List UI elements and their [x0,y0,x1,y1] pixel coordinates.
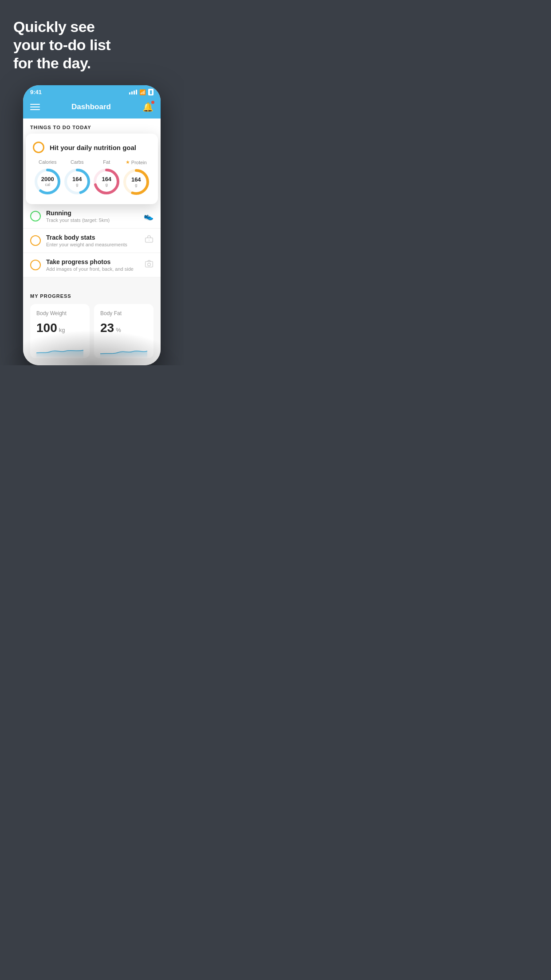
body-stats-content: Track body stats Enter your weight and m… [46,234,139,247]
running-icon: 👟 [144,211,153,221]
protein-star-icon: ★ [126,159,130,165]
notification-dot [151,101,154,104]
things-to-do-section: THINGS TO DO TODAY Hit your daily nutrit… [23,119,161,277]
body-stats-title: Track body stats [46,234,139,241]
menu-button[interactable] [30,104,40,110]
nutrition-rings-row: Calories 2000 cal [33,159,151,196]
fat-item: Fat 164 g [92,159,121,196]
photos-subtitle: Add images of your front, back, and side [46,266,139,272]
svg-rect-10 [146,261,153,267]
body-fat-chart [100,340,147,358]
calories-item: Calories 2000 cal [33,159,62,196]
signal-icon [129,90,137,95]
todo-body-stats[interactable]: Track body stats Enter your weight and m… [23,229,161,253]
photos-title: Take progress photos [46,258,139,265]
body-weight-number: 100 [36,321,57,335]
protein-label: ★ Protein [126,159,147,165]
nutrition-card-title: Hit your daily nutrition goal [50,144,136,151]
svg-point-11 [148,263,151,266]
fat-ring: 164 g [92,167,121,196]
time-display: 9:41 [30,89,42,95]
running-check-circle[interactable] [30,211,41,221]
body-weight-card[interactable]: Body Weight 100 kg [30,304,90,358]
body-weight-chart [36,340,83,358]
notification-button[interactable]: 🔔 [142,102,153,112]
protein-item: ★ Protein 1 [122,159,150,196]
progress-section: MY PROGRESS Body Weight 100 kg [23,286,161,365]
body-fat-unit: % [116,327,121,333]
running-content: Running Track your stats (target: 5km) [46,209,138,223]
todo-list-area: Hit your daily nutrition goal Calories [23,134,161,204]
battery-icon: ▮ [148,89,153,95]
calories-unit: cal [41,183,54,187]
body-fat-number: 23 [100,321,114,335]
carbs-label: Carbs [71,159,83,165]
calories-label: Calories [39,159,56,165]
todo-progress-photos[interactable]: Take progress photos Add images of your … [23,253,161,277]
nav-title: Dashboard [71,103,111,111]
calories-ring: 2000 cal [33,167,62,196]
things-to-do-header: THINGS TO DO TODAY [23,119,161,134]
carbs-ring: 164 g [63,167,91,196]
phone-content: THINGS TO DO TODAY Hit your daily nutrit… [23,119,161,365]
carbs-value: 164 [72,176,82,182]
fat-value: 164 [102,176,111,182]
nutrition-check-circle[interactable] [33,142,44,153]
status-bar: 9:41 📶 ▮ [23,85,161,97]
progress-cards-row: Body Weight 100 kg [30,304,153,365]
carbs-item: Carbs 164 g [63,159,91,196]
body-stats-check-circle[interactable] [30,235,41,246]
protein-ring: 164 g [122,168,150,196]
photos-check-circle[interactable] [30,260,41,270]
todo-running[interactable]: Running Track your stats (target: 5km) 👟 [23,204,161,229]
body-fat-value-row: 23 % [100,321,147,335]
todo-list: Running Track your stats (target: 5km) 👟… [23,204,161,277]
body-fat-card-title: Body Fat [100,310,147,316]
body-fat-card[interactable]: Body Fat 23 % [94,304,153,358]
background: Quickly see your to-do list for the day.… [0,0,184,365]
body-weight-value-row: 100 kg [36,321,83,335]
spacer [23,277,161,286]
progress-header: MY PROGRESS [30,293,153,299]
hero-section: Quickly see your to-do list for the day. [0,0,184,81]
photo-icon [145,260,153,271]
status-icons: 📶 ▮ [129,89,153,95]
fat-label: Fat [103,159,110,165]
fat-unit: g [102,183,111,187]
photos-content: Take progress photos Add images of your … [46,258,139,272]
wifi-icon: 📶 [139,89,146,95]
scale-icon [145,235,153,246]
running-title: Running [46,209,138,217]
running-subtitle: Track your stats (target: 5km) [46,217,138,223]
calories-value: 2000 [41,176,54,182]
nutrition-card[interactable]: Hit your daily nutrition goal Calories [26,134,158,204]
body-weight-unit: kg [59,327,65,333]
hamburger-line-1 [30,104,40,105]
protein-value: 164 [131,177,141,183]
hamburger-line-3 [30,109,40,110]
hero-title: Quickly see your to-do list for the day. [13,18,170,72]
body-weight-card-title: Body Weight [36,310,83,316]
hamburger-line-2 [30,107,40,107]
nav-bar: Dashboard 🔔 [23,97,161,119]
phone-body: 9:41 📶 ▮ [23,85,161,365]
carbs-unit: g [72,183,82,187]
phone-mockup: 9:41 📶 ▮ [0,85,184,365]
protein-unit: g [131,183,141,188]
body-stats-subtitle: Enter your weight and measurements [46,242,139,247]
nutrition-card-header: Hit your daily nutrition goal [33,142,151,153]
